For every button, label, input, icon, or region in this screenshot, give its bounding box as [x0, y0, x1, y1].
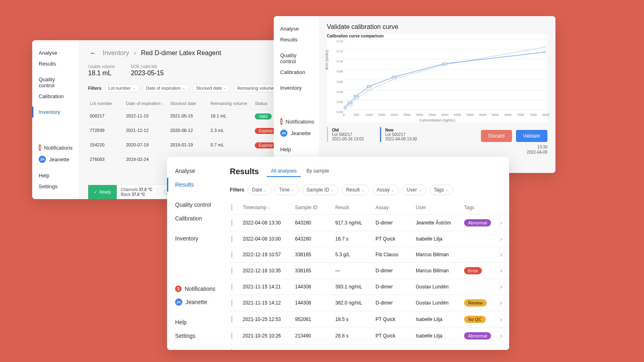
nav-notifications[interactable]: 3 Notifications — [274, 116, 319, 127]
nav-qc[interactable]: Quality control — [274, 50, 319, 67]
avatar: JA — [175, 298, 182, 306]
tab-by-sample[interactable]: By sample — [302, 166, 333, 177]
nav-results[interactable]: Results — [274, 34, 319, 45]
nav-calibration[interactable]: Calibration — [274, 67, 319, 78]
filter-stocked[interactable]: Stocked date⌄ — [192, 84, 230, 92]
nav-calibration[interactable]: Calibration — [32, 91, 78, 102]
nav-help[interactable]: Help — [274, 144, 319, 155]
col-remaining[interactable]: Remaining volume — [211, 101, 255, 106]
chevron-right-icon[interactable]: › — [500, 251, 508, 258]
row-checkbox[interactable] — [231, 349, 232, 350]
row-checkbox[interactable] — [231, 267, 232, 274]
row-checkbox[interactable] — [231, 333, 232, 339]
nav-analyse[interactable]: Analyse — [32, 47, 78, 58]
col-doe[interactable]: Date of expiration↓ — [126, 101, 170, 106]
chevron-right-icon[interactable]: › — [500, 300, 508, 306]
chevron-right-icon[interactable]: › — [500, 349, 508, 350]
page-title: Validate calibration curve — [327, 23, 547, 31]
crumb-item: Red D-dimer Latex Reagent — [141, 49, 221, 57]
nav-notifications[interactable]: 3 Notifications — [167, 282, 223, 295]
nav-inventory[interactable]: Inventory — [167, 232, 223, 245]
col-stocked[interactable]: Stocked date — [170, 101, 211, 106]
status-badge: Expired — [255, 142, 277, 148]
nav-results[interactable]: Results — [32, 58, 78, 69]
row-checkbox[interactable] — [231, 300, 232, 306]
filter-result[interactable]: Result⌄ — [342, 185, 369, 195]
filter-tags[interactable]: Tags⌄ — [429, 185, 453, 195]
table-row[interactable]: 2022-12-19 10:573381655.3 g/LFib ClaussM… — [230, 247, 508, 263]
filter-time[interactable]: Time⌄ — [275, 185, 299, 195]
chevron-right-icon[interactable]: › — [500, 236, 508, 242]
filter-lot[interactable]: Lot number⌄ — [105, 84, 139, 92]
row-checkbox[interactable] — [231, 284, 232, 290]
nav-user[interactable]: JA Jeanette — [274, 127, 319, 139]
nav-notifications[interactable]: 3 Notifications — [32, 142, 78, 153]
chevron-right-icon[interactable]: › — [500, 267, 508, 274]
chevron-right-icon[interactable]: › — [500, 220, 508, 226]
table-row[interactable]: 2021-11-15 14:12144308382.0 ng/mLD-dimer… — [230, 295, 508, 311]
nav-settings[interactable]: Settings — [32, 181, 78, 192]
chevron-right-icon[interactable]: › — [500, 333, 508, 339]
tag-badge: Review — [464, 299, 487, 306]
results-filters: Filters Date⌄ Time⌄ Sample ID⌄ Result⌄ A… — [230, 185, 508, 195]
nav-help[interactable]: Help — [167, 315, 223, 329]
col-user[interactable]: User — [416, 205, 464, 210]
results-tabs: All analyses By sample — [267, 166, 333, 177]
crumb-sep: › — [134, 49, 136, 57]
col-sample[interactable]: Sample ID — [295, 205, 335, 210]
table-row[interactable]: 2021-10-25 12:5395206118.5 sPT QuickIsab… — [230, 311, 508, 328]
sort-down-icon: ↓ — [162, 101, 164, 106]
crumb-root[interactable]: Inventory — [103, 49, 129, 57]
row-checkbox[interactable] — [231, 236, 232, 242]
nav-results[interactable]: Results — [167, 178, 223, 191]
table-row[interactable]: 2021-11-15 14:21144308393.1 ng/mLD-dimer… — [230, 279, 508, 295]
svg-point-1 — [348, 104, 353, 106]
chevron-down-icon: ⌄ — [446, 188, 449, 192]
filter-date[interactable]: Date⌄ — [248, 185, 271, 195]
table-row[interactable]: 2022-04-08 13:30643280917.3 ng/mLD-dimer… — [230, 215, 508, 231]
table-row[interactable]: 2022-04-08 10:0064328016.7 sPT QuickIsab… — [230, 231, 508, 247]
nav-qc[interactable]: Quality control — [167, 198, 223, 212]
svg-point-6 — [543, 46, 546, 48]
col-result[interactable]: Result — [335, 205, 376, 210]
nav-help[interactable]: Help — [32, 170, 78, 181]
stat-usable: Usable volume 18.1 mL — [88, 64, 115, 77]
filter-assay[interactable]: Assay⌄ — [372, 185, 399, 195]
results-content: Results All analyses By sample Filters D… — [223, 157, 509, 350]
col-lot[interactable]: Lot number — [90, 101, 126, 106]
validate-button[interactable]: Validate — [516, 130, 547, 142]
col-assay[interactable]: Assay — [376, 205, 416, 210]
svg-point-10 — [367, 86, 372, 87]
chevron-right-icon[interactable]: › — [500, 284, 508, 290]
sort-down-icon: ↓ — [268, 206, 270, 210]
nav-calibration[interactable]: Calibration — [167, 212, 223, 225]
row-checkbox[interactable] — [231, 251, 232, 258]
nav-user[interactable]: JA Jeanette — [167, 295, 223, 309]
status-badge: Expired — [255, 128, 277, 134]
tag-badge: No QC — [464, 316, 486, 323]
nav-inventory[interactable]: Inventory — [32, 107, 78, 117]
back-button[interactable]: ← — [88, 48, 98, 58]
nav-user[interactable]: JA Jeanette — [32, 153, 78, 165]
tab-all-analyses[interactable]: All analyses — [267, 166, 301, 177]
nav-settings[interactable]: Settings — [167, 329, 223, 343]
filter-doe[interactable]: Date of expiration⌄ — [142, 84, 189, 92]
row-checkbox[interactable] — [231, 220, 232, 226]
row-checkbox[interactable] — [231, 316, 232, 323]
nav-analyse[interactable]: Analyse — [274, 23, 319, 34]
nav-analyse[interactable]: Analyse — [167, 164, 223, 178]
col-timestamp[interactable]: Timestamp↓ — [243, 205, 295, 210]
svg-point-8 — [348, 102, 353, 103]
select-all-checkbox[interactable] — [231, 204, 232, 211]
tag-badge: Error — [464, 267, 482, 274]
table-row[interactable]: 2022-12-16 10:35338165—D-dimerMarcus Bil… — [230, 263, 508, 279]
filter-user[interactable]: User⌄ — [402, 185, 426, 195]
col-tags[interactable]: Tags — [464, 205, 500, 210]
table-row[interactable]: 2021-10-25 10:184962834.9 g/LFib ClaussG… — [230, 344, 508, 350]
nav-inventory[interactable]: Inventory — [274, 82, 319, 93]
chevron-right-icon[interactable]: › — [500, 316, 508, 323]
discard-button[interactable]: Discard — [481, 130, 512, 142]
table-row[interactable]: 2021-10-25 10:2621349028.8 sPT QuickIsab… — [230, 328, 508, 344]
nav-qc[interactable]: Quality control — [32, 74, 78, 91]
filter-sample[interactable]: Sample ID⌄ — [302, 185, 339, 195]
